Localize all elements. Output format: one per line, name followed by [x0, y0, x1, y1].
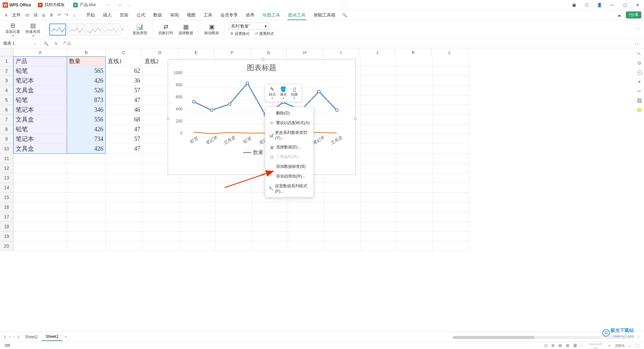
- avatar-icon[interactable]: 👤: [593, 0, 606, 10]
- cell-info-icon[interactable]: ◫: [542, 343, 549, 348]
- cell[interactable]: [433, 232, 469, 241]
- cell[interactable]: [67, 202, 106, 212]
- cell[interactable]: [397, 76, 433, 86]
- cell[interactable]: [361, 193, 397, 202]
- cell[interactable]: [397, 241, 433, 251]
- mini-style-button[interactable]: ✎ 样式▾: [267, 86, 278, 100]
- row-header[interactable]: 8: [0, 124, 13, 134]
- cell[interactable]: [216, 202, 252, 212]
- fx-icon[interactable]: fx: [52, 41, 60, 46]
- cell[interactable]: [397, 95, 433, 105]
- ctx-reset-match[interactable]: ⟳重设以匹配样式(A): [265, 118, 313, 128]
- preview-icon[interactable]: 🗎: [48, 13, 56, 17]
- menu-tab-data[interactable]: 数据: [149, 10, 166, 20]
- cell[interactable]: [106, 154, 143, 163]
- cell[interactable]: [397, 144, 433, 154]
- col-header-J[interactable]: J: [359, 48, 395, 56]
- cell[interactable]: [433, 66, 469, 76]
- cell[interactable]: [13, 173, 67, 183]
- cell[interactable]: [433, 86, 469, 95]
- cell[interactable]: [361, 163, 397, 173]
- cell[interactable]: [397, 56, 433, 66]
- cell[interactable]: [433, 76, 469, 86]
- cell[interactable]: [67, 154, 106, 163]
- cell[interactable]: [252, 202, 288, 212]
- view-normal-icon[interactable]: ⊞: [549, 343, 556, 348]
- menu-tab-formula[interactable]: 公式: [132, 10, 149, 20]
- cell[interactable]: 36: [106, 76, 143, 86]
- cell[interactable]: [13, 154, 67, 163]
- cell[interactable]: 47: [106, 144, 143, 154]
- cell[interactable]: [179, 202, 216, 212]
- row-header[interactable]: 4: [0, 86, 13, 95]
- image-icon[interactable]: 🖼: [637, 98, 642, 103]
- chart-style-3[interactable]: [86, 23, 102, 36]
- cell[interactable]: [433, 134, 469, 144]
- zoom-out-button[interactable]: −: [579, 344, 585, 348]
- cell[interactable]: [433, 95, 469, 105]
- cell[interactable]: [67, 222, 106, 232]
- sheet-nav-prev[interactable]: ‹: [8, 335, 12, 339]
- cell[interactable]: [361, 202, 397, 212]
- history-icon[interactable]: 🕘: [637, 70, 642, 75]
- menu-tab-start[interactable]: 开始: [82, 10, 99, 20]
- col-header-H[interactable]: H: [287, 48, 323, 56]
- sheet-nav-next[interactable]: ›: [12, 335, 16, 339]
- row-header[interactable]: 20: [0, 241, 13, 251]
- cell[interactable]: [361, 241, 397, 251]
- row-header[interactable]: 7: [0, 115, 13, 124]
- cloud-icon[interactable]: ☁: [614, 13, 624, 17]
- sheet-tab-sheet2[interactable]: Sheet2: [21, 333, 42, 341]
- cell[interactable]: [179, 232, 216, 241]
- cell[interactable]: [361, 115, 397, 124]
- name-box[interactable]: 图表 1⌄: [0, 41, 40, 46]
- cell[interactable]: 57: [106, 134, 143, 144]
- cell[interactable]: [252, 241, 288, 251]
- cell[interactable]: [433, 144, 469, 154]
- scissors-icon[interactable]: ✂: [637, 89, 641, 94]
- zoom-in-button[interactable]: ＋: [605, 343, 613, 348]
- cell[interactable]: [397, 193, 433, 202]
- chart-style-2[interactable]: [67, 23, 84, 36]
- cell[interactable]: [179, 212, 216, 222]
- cell[interactable]: [397, 154, 433, 163]
- cell[interactable]: [433, 183, 469, 193]
- cell[interactable]: [324, 193, 361, 202]
- folder-icon[interactable]: 📁: [637, 107, 642, 113]
- cell[interactable]: [143, 202, 179, 212]
- cell[interactable]: [361, 76, 397, 86]
- view-page-icon[interactable]: ▤: [556, 343, 564, 348]
- cell[interactable]: [397, 202, 433, 212]
- row-header[interactable]: 3: [0, 76, 13, 86]
- move-chart-button[interactable]: ▣ 移动图表: [202, 20, 222, 39]
- cell[interactable]: [361, 212, 397, 222]
- cell[interactable]: [361, 144, 397, 154]
- row-header[interactable]: 5: [0, 95, 13, 105]
- sheet-tab-sheet1[interactable]: Sheet1: [42, 333, 62, 341]
- cell[interactable]: [397, 232, 433, 241]
- chart-style-1[interactable]: [49, 23, 66, 36]
- ctx-add-data-labels[interactable]: 添加数据标签(B): [265, 162, 313, 171]
- cell[interactable]: [361, 134, 397, 144]
- cell[interactable]: 426: [67, 76, 106, 86]
- cell[interactable]: [179, 193, 216, 202]
- cell[interactable]: [13, 232, 67, 241]
- doc-tab-templates[interactable]: ✦ 找稻壳模板: [34, 0, 69, 10]
- cell[interactable]: [67, 212, 106, 222]
- save-icon[interactable]: 🖫: [32, 13, 40, 17]
- cell[interactable]: [13, 202, 67, 212]
- fullscreen-icon[interactable]: ⛶: [634, 344, 641, 348]
- open-icon[interactable]: 🗁: [23, 13, 32, 17]
- menu-tab-efficiency[interactable]: 效率: [242, 10, 259, 20]
- cell[interactable]: 526: [67, 86, 106, 95]
- cell[interactable]: [433, 193, 469, 202]
- cell[interactable]: [324, 212, 361, 222]
- col-header-F[interactable]: F: [214, 48, 251, 56]
- keyboard-icon[interactable]: ⌨: [3, 343, 12, 348]
- cell[interactable]: [143, 222, 179, 232]
- set-format-button[interactable]: ⚙设置格式: [227, 31, 252, 36]
- redo-icon[interactable]: ↷: [63, 13, 70, 17]
- select-data-button[interactable]: ▦ 选择数据: [176, 20, 196, 39]
- cell[interactable]: [397, 124, 433, 134]
- row-header[interactable]: 13: [0, 173, 13, 183]
